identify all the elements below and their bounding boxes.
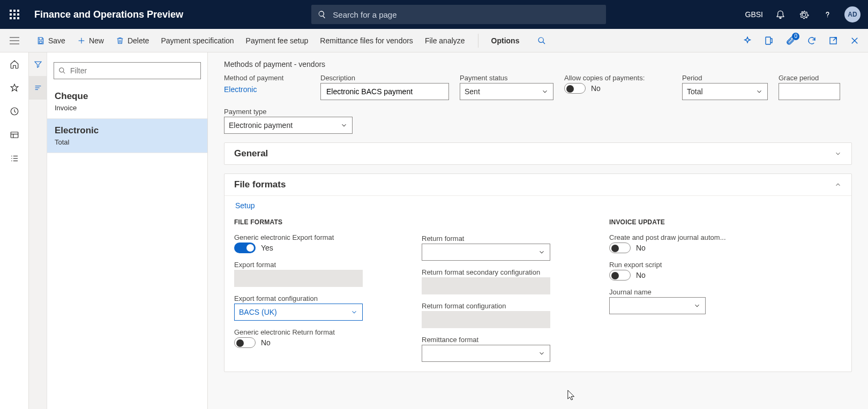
options-button[interactable]: Options xyxy=(491,36,520,45)
chevron-up-icon xyxy=(834,181,842,188)
page-subtitle: Methods of payment - vendors xyxy=(224,60,852,69)
toggle-value: No xyxy=(636,244,646,252)
module-rail xyxy=(0,52,29,409)
method-of-payment-value[interactable]: Electronic xyxy=(224,83,310,96)
field-label: Export format xyxy=(234,261,395,269)
payment-specification-button[interactable]: Payment specification xyxy=(161,36,234,45)
copilot-icon[interactable] xyxy=(743,36,752,46)
svg-point-5 xyxy=(538,37,543,42)
popout-icon[interactable] xyxy=(828,36,838,46)
home-icon[interactable] xyxy=(0,52,28,76)
list-item[interactable]: Electronic Total xyxy=(47,119,207,153)
filter-icon[interactable] xyxy=(29,52,47,76)
field-label: Generic electronic Return format xyxy=(234,328,395,336)
global-search-input[interactable] xyxy=(332,10,600,20)
user-avatar[interactable]: AD xyxy=(844,6,860,22)
field-label: Grace period xyxy=(779,74,840,82)
export-format-input xyxy=(234,270,363,287)
chevron-down-icon xyxy=(541,88,549,95)
remittance-files-button[interactable]: Remittance files for vendors xyxy=(320,36,413,45)
chevron-down-icon xyxy=(350,308,358,316)
modules-icon[interactable] xyxy=(0,147,28,170)
period-select[interactable]: Total xyxy=(682,83,768,100)
notifications-icon[interactable] xyxy=(774,8,787,21)
app-launcher-icon[interactable] xyxy=(0,10,29,19)
workspaces-icon[interactable] xyxy=(0,123,28,147)
field-label: Description xyxy=(320,74,449,82)
svg-line-25 xyxy=(63,72,65,74)
toggle-value: No xyxy=(261,338,271,347)
file-formats-section: File formats Setup FILE FORMATS Generic … xyxy=(224,173,852,372)
section-title: General xyxy=(234,148,268,159)
global-search[interactable] xyxy=(311,5,606,24)
payment-type-select[interactable]: Electronic payment xyxy=(224,117,353,134)
field-label: Payment type xyxy=(224,108,385,116)
file-formats-header[interactable]: File formats xyxy=(225,174,851,195)
setup-button[interactable]: Setup xyxy=(234,196,842,218)
list-view-icon[interactable] xyxy=(29,76,47,100)
company-picker[interactable]: GBSI xyxy=(745,10,763,19)
generic-export-toggle[interactable] xyxy=(234,243,256,253)
list-item-title: Electronic xyxy=(55,125,200,136)
page-search-icon[interactable] xyxy=(531,36,552,45)
nav-toggle-icon[interactable] xyxy=(0,29,29,52)
command-bar: Save New Delete Payment specification Pa… xyxy=(0,29,868,52)
general-section: General xyxy=(224,142,852,165)
new-label: New xyxy=(89,36,104,45)
svg-line-6 xyxy=(543,42,545,44)
svg-point-24 xyxy=(59,68,64,72)
new-button[interactable]: New xyxy=(77,36,104,45)
grace-period-input[interactable] xyxy=(779,83,840,100)
save-label: Save xyxy=(48,36,65,45)
create-draw-toggle[interactable] xyxy=(609,243,631,253)
settings-icon[interactable] xyxy=(797,8,810,21)
group-heading: FILE FORMATS xyxy=(234,218,395,226)
field-label: Return format secondary configuration xyxy=(422,268,582,276)
payment-fee-setup-button[interactable]: Payment fee setup xyxy=(246,36,309,45)
close-icon[interactable] xyxy=(850,36,859,46)
list-filter-input[interactable] xyxy=(69,66,196,75)
open-in-office-icon[interactable] xyxy=(764,36,774,46)
recent-icon[interactable] xyxy=(0,100,28,123)
list-item-subtitle: Total xyxy=(55,138,200,146)
refresh-icon[interactable] xyxy=(807,36,817,46)
field-label: Remittance format xyxy=(422,336,582,344)
run-export-toggle[interactable] xyxy=(609,270,631,281)
delete-button[interactable]: Delete xyxy=(116,36,149,45)
save-button[interactable]: Save xyxy=(36,36,65,45)
filter-rail xyxy=(29,52,47,409)
generic-return-toggle[interactable] xyxy=(234,337,256,348)
toggle-value: No xyxy=(591,84,601,93)
file-analyze-button[interactable]: File analyze xyxy=(425,36,465,45)
chevron-down-icon xyxy=(340,122,348,129)
general-header[interactable]: General xyxy=(225,143,851,164)
field-label: Return format xyxy=(422,234,582,243)
attachments-badge: 0 xyxy=(792,33,799,40)
list-item-subtitle: Invoice xyxy=(55,104,200,112)
toggle-value: No xyxy=(636,271,646,279)
search-icon xyxy=(58,67,66,74)
export-format-config-select[interactable]: BACS (UK) xyxy=(234,304,363,321)
group-heading: INVOICE UPDATE xyxy=(609,218,743,226)
help-icon[interactable] xyxy=(821,8,834,21)
description-input[interactable] xyxy=(320,83,449,100)
toggle-value: Yes xyxy=(261,244,273,252)
journal-name-select[interactable] xyxy=(609,297,706,314)
return-config-input xyxy=(422,311,550,328)
field-label: Method of payment xyxy=(224,74,310,82)
return-format-select[interactable] xyxy=(422,244,550,261)
chevron-down-icon xyxy=(834,150,842,157)
remittance-format-select[interactable] xyxy=(422,345,550,362)
favorites-icon[interactable] xyxy=(0,76,28,100)
allow-copies-toggle[interactable] xyxy=(564,83,586,94)
chevron-down-icon xyxy=(755,88,763,95)
app-title: Finance and Operations Preview xyxy=(34,9,183,20)
list-filter[interactable] xyxy=(54,62,201,79)
list-item[interactable]: Cheque Invoice xyxy=(47,85,207,119)
field-label: Export format configuration xyxy=(234,294,395,302)
search-icon xyxy=(318,10,326,19)
field-label: Period xyxy=(682,74,768,82)
payment-status-select[interactable]: Sent xyxy=(460,83,553,100)
field-label: Return format configuration xyxy=(422,302,582,310)
attachments-icon[interactable]: 0 xyxy=(785,36,795,46)
